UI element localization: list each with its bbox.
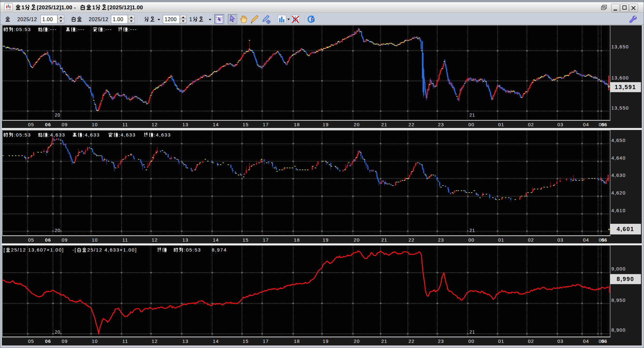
svg-text:04: 04 [583,338,589,344]
svg-text:20: 20 [55,329,61,335]
svg-text:8,974: 8,974 [212,247,227,253]
svg-text:18: 18 [294,237,300,243]
svg-text:1: 1 [21,4,25,11]
svg-text:17: 17 [263,122,269,127]
svg-text::05:53: :05:53 [14,27,31,32]
svg-text:1.00: 1.00 [113,17,123,22]
svg-text:4,650: 4,650 [611,137,626,143]
svg-text:04: 04 [583,237,589,243]
svg-text::---: :--- [76,27,85,32]
svg-text:15: 15 [242,237,249,243]
svg-text:13: 13 [182,338,188,344]
svg-text:22: 22 [408,122,414,127]
svg-text:4,640: 4,640 [611,155,626,161]
svg-text:4,620: 4,620 [611,190,626,195]
svg-text:01: 01 [498,122,504,127]
svg-text:06: 06 [45,338,51,344]
svg-text:21: 21 [381,122,387,127]
svg-text:R: R [311,17,315,22]
svg-text:10: 10 [92,237,98,243]
svg-text::4,633: :4,633 [119,132,136,137]
svg-text:17: 17 [263,338,269,344]
svg-text:2025/12: 2025/12 [89,17,108,22]
svg-text:1.00: 1.00 [42,17,53,22]
svg-text:21: 21 [469,112,475,118]
svg-text:17: 17 [263,237,269,243]
svg-text:13,550: 13,550 [611,105,629,111]
svg-text:00: 00 [468,237,474,243]
svg-text:13: 13 [182,122,188,127]
svg-text::---: :--- [128,27,137,32]
svg-text:23: 23 [438,338,444,344]
svg-text:01: 01 [498,237,504,243]
svg-text:1200: 1200 [165,17,177,22]
svg-text:2025/12: 2025/12 [17,17,37,22]
svg-text:11: 11 [122,237,128,243]
svg-text:1: 1 [189,17,193,22]
svg-text::4,633: :4,633 [48,132,66,137]
svg-text:06: 06 [601,237,607,243]
svg-text:23: 23 [438,237,444,243]
svg-text:-[: -[ [72,247,77,253]
svg-text:09: 09 [61,237,68,243]
svg-text:14: 14 [213,237,219,243]
svg-text:15: 15 [242,338,249,344]
svg-text:9,000: 9,000 [611,266,626,271]
svg-text:4,630: 4,630 [611,172,626,178]
svg-text:25/12 4,633×1.00]: 25/12 4,633×1.00] [87,247,137,253]
svg-text::05:53: :05:53 [184,247,201,253]
svg-text:25/12 13,607×1.00]: 25/12 13,607×1.00] [11,247,64,253]
svg-text:20: 20 [55,228,61,233]
svg-text:13,591: 13,591 [615,84,636,90]
svg-text:14: 14 [213,338,219,344]
svg-text:14: 14 [213,122,219,127]
svg-text:06: 06 [45,122,51,127]
svg-text:10: 10 [92,122,98,127]
svg-text::4,633: :4,633 [154,132,171,137]
svg-text:20: 20 [354,237,360,243]
svg-text:10: 10 [92,338,98,344]
svg-text:03: 03 [557,338,563,344]
svg-text:05: 05 [28,338,34,344]
svg-text:21: 21 [381,237,387,243]
svg-text:02: 02 [528,338,534,344]
svg-text:21: 21 [469,329,475,335]
svg-text:19: 19 [322,237,329,243]
svg-text:06: 06 [45,237,51,243]
svg-text:12: 12 [151,122,158,127]
svg-text:00: 00 [468,122,474,127]
svg-text::4,633: :4,633 [83,132,100,137]
svg-text:19: 19 [322,338,329,344]
svg-text:20: 20 [354,338,360,344]
svg-text:05: 05 [28,237,34,243]
svg-text:13,650: 13,650 [611,44,629,49]
svg-text:[: [ [4,247,5,253]
svg-text:20: 20 [55,112,61,118]
svg-text:8,990: 8,990 [616,276,634,282]
svg-text:23: 23 [438,122,444,127]
svg-text:01: 01 [498,338,504,344]
svg-text:22: 22 [408,237,414,243]
svg-text:22: 22 [408,338,414,344]
svg-text:4,601: 4,601 [616,226,634,232]
svg-text:02: 02 [528,122,534,127]
svg-text:09: 09 [61,338,68,344]
svg-text:20: 20 [354,122,360,127]
svg-text:18: 18 [294,338,300,344]
svg-text:8,950: 8,950 [611,297,626,303]
svg-text:11: 11 [122,122,128,127]
svg-text::---: :--- [103,27,112,32]
svg-text:[2025/12]1.00: [2025/12]1.00 [108,4,143,11]
svg-text:8,900: 8,900 [611,327,626,333]
svg-text:11: 11 [122,338,128,344]
svg-text::05:53: :05:53 [14,132,31,137]
svg-text:09: 09 [61,122,68,127]
svg-text:21: 21 [469,228,475,233]
svg-text::---: :--- [48,27,57,32]
svg-text:4,610: 4,610 [611,208,626,213]
svg-text:13: 13 [182,237,188,243]
svg-text:02: 02 [528,237,534,243]
svg-text:03: 03 [557,237,563,243]
svg-text:03: 03 [557,122,563,127]
svg-text:12: 12 [151,237,158,243]
